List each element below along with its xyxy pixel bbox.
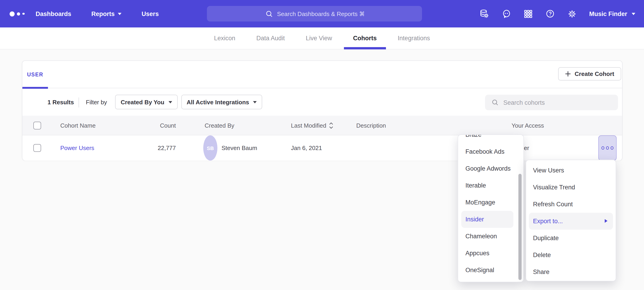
menu-item-visualize-trend[interactable]: Visualize Trend <box>526 179 616 196</box>
global-search-input[interactable] <box>277 10 364 17</box>
cohort-count: 22,777 <box>136 135 176 161</box>
submenu-item-facebook-ads[interactable]: Facebook Ads <box>458 143 513 160</box>
cohort-name-link[interactable]: Power Users <box>60 144 94 152</box>
submenu-item-braze[interactable]: Braze <box>458 134 513 143</box>
sort-icon <box>329 122 334 129</box>
submenu-item-iterable[interactable]: Iterable <box>458 177 513 194</box>
col-created-by[interactable]: Created By <box>204 116 234 135</box>
submenu-item-appcues[interactable]: Appcues <box>458 245 513 262</box>
table-row: Power Users 22,777 SB Steven Baum Jan 6,… <box>22 135 622 161</box>
menu-item-visualize-trend-label: Visualize Trend <box>533 184 575 191</box>
chevron-down-icon <box>632 13 636 15</box>
create-cohort-button[interactable]: Create Cohort <box>558 67 621 80</box>
integrations-filter-dropdown[interactable]: All Active Integrations <box>181 95 262 109</box>
account-menu[interactable]: Music Finder <box>589 0 636 28</box>
menu-item-refresh-count-label: Refresh Count <box>533 201 573 208</box>
nav-reports[interactable]: Reports <box>91 10 122 17</box>
col-cohort-name[interactable]: Cohort Name <box>60 116 96 135</box>
nav-reports-label: Reports <box>91 10 115 17</box>
apps-grid-icon[interactable] <box>524 9 533 19</box>
col-description[interactable]: Description <box>356 116 386 135</box>
tab-cohorts-label: Cohorts <box>353 35 377 42</box>
help-icon[interactable] <box>545 9 555 19</box>
feedback-icon[interactable] <box>502 9 511 19</box>
submenu-item-onesignal-label: OneSignal <box>466 267 494 273</box>
menu-item-duplicate-label: Duplicate <box>533 235 559 241</box>
tab-cohorts[interactable]: Cohorts <box>353 27 377 49</box>
tab-integrations[interactable]: Integrations <box>398 27 430 49</box>
user-tab-underline <box>22 87 48 89</box>
col-last-modified[interactable]: Last Modified <box>291 116 334 135</box>
tab-integrations-label: Integrations <box>398 35 430 42</box>
nav-users[interactable]: Users <box>142 10 159 17</box>
create-cohort-label: Create Cohort <box>574 70 614 77</box>
cohort-search[interactable] <box>485 95 618 110</box>
topbar-icons <box>480 0 577 28</box>
nav-dashboards-label: Dashboards <box>36 10 71 17</box>
table-header: Cohort Name Count Created By Last Modifi… <box>22 116 622 135</box>
tab-data-audit[interactable]: Data Audit <box>256 27 285 49</box>
chevron-down-icon <box>168 101 172 103</box>
created-by-filter-label: Created By You <box>120 99 164 105</box>
tab-lexicon-label: Lexicon <box>214 35 235 42</box>
tab-user-cohorts[interactable]: USER <box>22 61 48 88</box>
submenu-item-braze-label: Braze <box>466 134 482 138</box>
mixpanel-logo-icon[interactable] <box>10 0 24 28</box>
data-management-icon[interactable] <box>480 9 489 19</box>
menu-item-view-users[interactable]: View Users <box>526 162 616 179</box>
circle-icon <box>611 147 614 150</box>
account-label: Music Finder <box>589 10 627 17</box>
tab-user-label: USER <box>27 72 43 77</box>
cohorts-panel: USER Create Cohort 1 Results Filter by C… <box>22 60 622 161</box>
submenu-item-moengage-label: MoEngage <box>466 199 495 206</box>
chevron-down-icon <box>118 13 122 15</box>
active-tab-underline <box>344 47 386 49</box>
col-your-access[interactable]: Your Access <box>512 116 544 135</box>
menu-item-share[interactable]: Share <box>526 263 616 280</box>
nav-dashboards[interactable]: Dashboards <box>36 10 71 17</box>
menu-item-share-label: Share <box>533 268 550 275</box>
menu-item-delete-label: Delete <box>533 252 551 258</box>
tab-lexicon[interactable]: Lexicon <box>214 27 235 49</box>
section-tabs: Lexicon Data Audit Live View Cohorts Int… <box>0 28 644 49</box>
submenu-item-google-adwords[interactable]: Google Adwords <box>458 160 513 177</box>
search-icon <box>492 99 499 106</box>
menu-item-refresh-count[interactable]: Refresh Count <box>526 196 616 213</box>
row-checkbox[interactable] <box>33 144 41 152</box>
your-access-value-partial: er <box>524 135 529 161</box>
settings-gear-icon[interactable] <box>567 9 577 19</box>
top-navbar: Dashboards Reports Users <box>0 0 644 28</box>
chevron-down-icon <box>253 101 257 103</box>
global-search[interactable] <box>207 6 422 22</box>
submenu-item-onesignal[interactable]: OneSignal <box>458 262 513 278</box>
integrations-filter-label: All Active Integrations <box>186 99 249 105</box>
submenu-item-insider-label: Insider <box>466 216 484 223</box>
cohort-type-tabs: USER Create Cohort <box>22 61 622 88</box>
created-by-filter-dropdown[interactable]: Created By You <box>115 95 178 109</box>
submenu-item-appcues-label: Appcues <box>466 250 490 257</box>
primary-nav: Dashboards Reports Users <box>36 0 159 28</box>
col-count[interactable]: Count <box>136 116 176 135</box>
menu-item-export-to[interactable]: Export to... <box>529 213 613 230</box>
submenu-scrollbar-thumb[interactable] <box>518 174 522 280</box>
submenu-arrow-icon <box>605 219 608 223</box>
circle-icon <box>602 147 604 150</box>
submenu-item-facebook-ads-label: Facebook Ads <box>466 148 504 155</box>
menu-item-view-users-label: View Users <box>533 167 564 174</box>
circle-icon <box>606 147 609 150</box>
menu-item-delete[interactable]: Delete <box>526 246 616 263</box>
export-submenu-list: Braze Facebook Ads Google Adwords Iterab… <box>458 134 524 278</box>
filter-row: 1 Results Filter by Created By You All A… <box>22 89 622 116</box>
row-overflow-menu-button[interactable] <box>598 135 616 161</box>
submenu-item-moengage[interactable]: MoEngage <box>458 194 513 211</box>
select-all-checkbox[interactable] <box>33 121 41 129</box>
tab-live-view[interactable]: Live View <box>306 27 332 49</box>
submenu-item-chameleon[interactable]: Chameleon <box>458 228 513 245</box>
export-submenu: Braze Facebook Ads Google Adwords Iterab… <box>458 134 524 282</box>
cohort-search-input[interactable] <box>503 99 595 106</box>
row-context-menu: View Users Visualize Trend Refresh Count… <box>526 160 616 281</box>
menu-item-duplicate[interactable]: Duplicate <box>526 230 616 246</box>
submenu-item-insider[interactable]: Insider <box>461 211 513 228</box>
last-modified-value: Jan 6, 2021 <box>291 135 322 161</box>
app-window: Dashboards Reports Users <box>0 0 644 290</box>
